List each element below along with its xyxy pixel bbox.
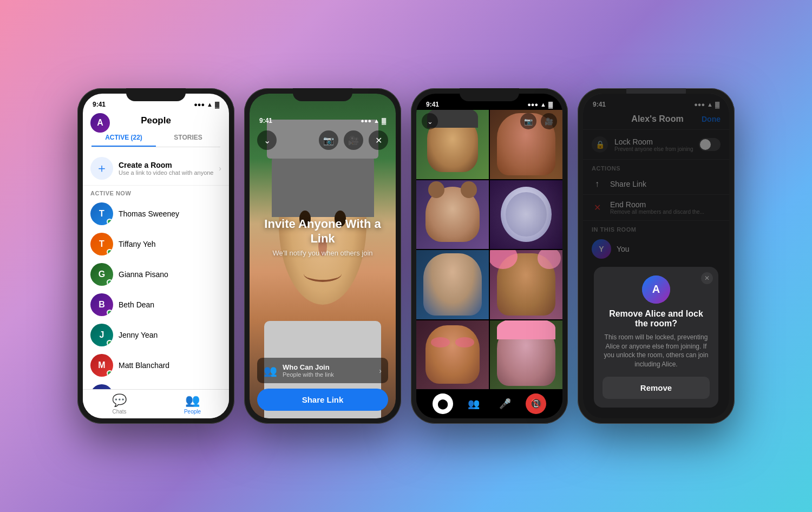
create-room-icon: ＋ [90,157,113,180]
page-title: People [141,115,171,126]
who-can-join-row[interactable]: 👥 Who Can Join People with the link › [257,358,388,383]
phone-3: 9:41 ●●● ▲ ▓ ⌄ 📷 🎥 [411,88,568,424]
who-value: People with the link [283,371,334,378]
wifi-icon-1: ▲ [207,101,213,108]
end-call-icon: 📵 [530,398,542,410]
status-icons-3: ●●● ▲ ▓ [527,101,553,108]
people-label: People [184,409,201,415]
invite-overlay: 9:41 ●●● ▲ ▓ ⌄ 📷 🎥 [250,94,396,418]
avatar: J [90,324,113,346]
mic-icon: 🎤 [499,398,511,410]
signal-icon-1: ●●● [194,101,205,108]
invite-title: Invite Anyone With a Link [260,217,385,246]
video-camera-button[interactable]: 📷 [520,113,536,129]
chats-label: Chats [112,409,126,415]
phone-4: 9:41 ●●● ▲ ▓ Alex's Room Done 🔒 Lock Roo… [578,88,735,424]
chats-icon: 💬 [112,393,127,408]
camera-icon-v: 📷 [524,117,533,126]
list-item[interactable]: T Tiffany Yeh [83,229,229,259]
video-action-buttons: 📷 🎥 [520,113,557,129]
record-icon: ⬤ [437,398,448,410]
contact-name: Matt Blanchard [119,361,169,370]
video-cell-4 [490,180,562,250]
video-grid [416,110,562,389]
group-icon: 👥 [264,364,277,377]
alice-avatar: A [642,275,670,304]
list-item[interactable]: G Gianna Pisano [83,259,229,290]
create-room-text: Create a Room Use a link to video chat w… [119,161,214,176]
chevron-icon: › [219,164,221,173]
record-button[interactable]: ⬤ [433,393,453,414]
video-controls: ⬤ 👥 🎤 📵 [416,389,562,418]
contact-name: Gianna Pisano [119,270,168,279]
create-room-subtitle: Use a link to video chat with anyone [119,169,214,176]
time-3: 9:41 [426,101,439,108]
battery-icon-1: ▓ [215,101,219,108]
video-cell-6 [490,250,562,319]
tab-people[interactable]: 👥 People [156,393,229,415]
signal-icon-3: ●●● [527,101,538,108]
time-1: 9:41 [93,101,106,108]
tab-chats[interactable]: 💬 Chats [83,393,156,415]
modal-body: This room will be locked, preventing Ali… [603,333,710,369]
remove-button[interactable]: Remove [603,377,710,399]
modal-overlay: ✕ A Remove Alice and lock the room? This… [583,94,729,418]
invite-bottom: 👥 Who Can Join People with the link › Sh… [250,352,396,418]
video-toggle-button[interactable]: 🎥 [541,113,557,129]
notch-2 [293,88,352,101]
chevron-down-icon-v: ⌄ [427,117,433,126]
participants-icon: 👥 [468,398,480,410]
contact-name: Beth Dean [119,300,154,309]
contact-name: Thomas Sweeney [119,209,179,218]
video-cell-7 [416,320,489,390]
end-call-button[interactable]: 📵 [526,393,546,414]
avatar: B [90,293,113,316]
who-text: Who Can Join People with the link [283,363,334,378]
list-item[interactable]: J Jenny Yean [83,320,229,350]
tab-stories[interactable]: STORIES [156,129,220,147]
avatar: T [90,202,113,225]
phone-2: 9:41 ●●● ▲ ▓ ⌄ 📷 🎥 [244,88,401,424]
invite-text-center: Invite Anyone With a Link We'll notify y… [250,122,396,352]
list-item[interactable]: B Beth Dean [83,290,229,320]
video-cell-5 [416,250,489,319]
avatar: M [90,354,113,377]
battery-icon-3: ▓ [548,101,553,108]
video-back-button[interactable]: ⌄ [422,113,438,129]
modal-close-button[interactable]: ✕ [701,272,713,284]
remove-alice-modal: ✕ A Remove Alice and lock the room? This… [594,267,718,408]
mute-button[interactable]: 🎤 [495,393,515,414]
phone-1: 9:41 ●●● ▲ ▓ A People ACTIVE (22) STORIE… [77,88,234,424]
status-icons-1: ●●● ▲ ▓ [194,101,219,108]
video-cell-8 [490,320,562,390]
active-now-label: ACTIVE NOW [83,186,229,199]
bottom-tab-bar: 💬 Chats 👥 People [83,389,229,418]
share-link-button[interactable]: Share Link [257,389,388,411]
avatar: T [90,233,113,255]
list-item[interactable]: M Matt Blanchard [83,350,229,380]
avatar: G [90,263,113,286]
contact-name: Tiffany Yeh [119,240,156,248]
user-avatar: A [90,113,110,133]
modal-title: Remove Alice and lock the room? [603,309,710,329]
tab-row: ACTIVE (22) STORIES [91,129,220,147]
create-room-title: Create a Room [119,161,214,169]
video-cell-3 [416,180,489,250]
wifi-icon-3: ▲ [540,101,546,108]
people-icon: 👥 [185,393,200,408]
create-room-row[interactable]: ＋ Create a Room Use a link to video chat… [83,152,229,186]
contact-list: T Thomas Sweeney T Tiffany Yeh G Gianna … [83,199,229,418]
participants-button[interactable]: 👥 [463,393,484,414]
list-item[interactable]: T Thomas Sweeney [83,199,229,229]
invite-subtitle: We'll notify you when others join [272,249,372,257]
video-icon-v: 🎥 [545,117,553,126]
people-header: A People ACTIVE (22) STORIES [83,110,229,152]
video-top-bar: ⌄ 📷 🎥 [416,110,562,133]
who-chevron-icon: › [379,366,382,375]
contact-name: Jenny Yean [119,331,158,339]
who-label: Who Can Join [283,363,334,371]
status-bar-3: 9:41 ●●● ▲ ▓ [416,94,562,110]
notch-1 [126,88,186,101]
